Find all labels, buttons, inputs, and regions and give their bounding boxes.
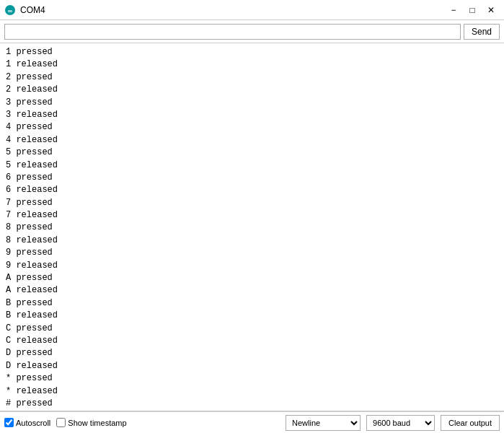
serial-line: 9 released — [6, 260, 498, 272]
serial-line: * pressed — [6, 372, 498, 385]
serial-line: 8 released — [6, 235, 498, 247]
minimize-button[interactable]: − — [445, 3, 462, 17]
serial-line: B pressed — [6, 297, 498, 310]
serial-line: * released — [6, 385, 498, 398]
serial-line: 7 released — [6, 209, 498, 222]
serial-line: A released — [6, 284, 498, 297]
serial-line: C pressed — [6, 323, 498, 335]
baud-select[interactable]: 300 baud1200 baud2400 baud4800 baud9600 … — [366, 415, 435, 431]
title-bar: ∞ COM4 − □ ✕ — [0, 0, 504, 20]
serial-line: 6 pressed — [6, 172, 498, 184]
serial-line: 3 released — [6, 109, 498, 121]
serial-line: A pressed — [6, 272, 498, 284]
title-bar-controls: − □ ✕ — [445, 3, 500, 17]
status-bar: Autoscroll Show timestamp NewlineNo line… — [0, 411, 504, 433]
serial-line: 2 pressed — [6, 71, 498, 84]
serial-line: 5 released — [6, 159, 498, 172]
serial-input[interactable] — [4, 24, 461, 40]
serial-line: 9 pressed — [6, 247, 498, 259]
serial-line: D released — [6, 360, 498, 372]
autoscroll-label[interactable]: Autoscroll — [4, 418, 50, 427]
serial-output[interactable]: 1 pressed1 released2 pressed2 released3 … — [0, 43, 504, 411]
serial-line: 7 pressed — [6, 197, 498, 209]
serial-line: C released — [6, 335, 498, 347]
window-title: COM4 — [20, 5, 45, 15]
timestamp-checkbox[interactable] — [56, 418, 66, 427]
serial-line: 5 pressed — [6, 146, 498, 159]
send-button[interactable]: Send — [464, 24, 500, 40]
serial-line: # pressed — [6, 398, 498, 410]
serial-line: 6 released — [6, 184, 498, 196]
serial-line: 4 pressed — [6, 121, 498, 134]
timestamp-label[interactable]: Show timestamp — [56, 418, 126, 427]
maximize-button[interactable]: □ — [464, 3, 481, 17]
autoscroll-text: Autoscroll — [16, 419, 50, 427]
serial-line: 3 pressed — [6, 97, 498, 109]
serial-line: 1 released — [6, 58, 498, 71]
serial-line: 1 pressed — [6, 46, 498, 58]
close-button[interactable]: ✕ — [482, 3, 500, 17]
serial-line: 2 released — [6, 84, 498, 96]
serial-line: 4 released — [6, 134, 498, 146]
clear-output-button[interactable]: Clear output — [441, 415, 500, 431]
arduino-icon: ∞ — [4, 4, 16, 16]
svg-text:∞: ∞ — [8, 7, 13, 14]
toolbar: Send — [0, 20, 504, 43]
serial-line: 8 pressed — [6, 222, 498, 234]
serial-line: B released — [6, 310, 498, 322]
title-bar-left: ∞ COM4 — [4, 4, 45, 16]
autoscroll-checkbox[interactable] — [4, 418, 14, 427]
serial-line: D pressed — [6, 347, 498, 359]
timestamp-text: Show timestamp — [68, 419, 126, 427]
newline-select[interactable]: NewlineNo line endingCarriage returnBoth… — [286, 415, 361, 431]
